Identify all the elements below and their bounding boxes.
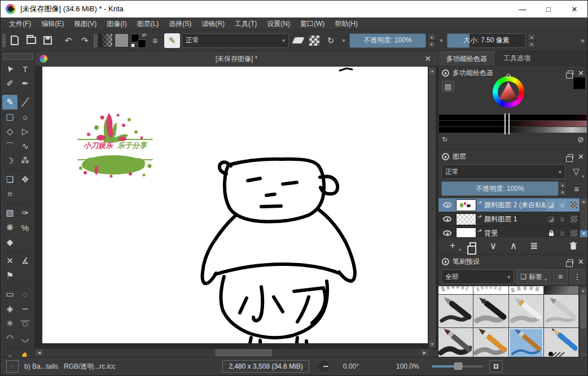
canvas[interactable]: 小刀娱乐 乐于分享 [42, 67, 428, 343]
alpha-lock-icon[interactable]: α [557, 213, 568, 225]
blend-mode-combo[interactable]: 正常 ▾ [182, 33, 289, 48]
toolbar-grip2[interactable] [94, 34, 97, 47]
spin-down-icon[interactable]: ▾ [528, 41, 536, 48]
gradient-tool[interactable]: ▧ [2, 206, 17, 220]
shade-selector[interactable] [439, 115, 587, 133]
brush-preset[interactable] [544, 295, 578, 327]
float-docker-icon[interactable] [568, 71, 573, 75]
document-close-icon[interactable]: ✕ [424, 54, 431, 63]
menu-layer[interactable]: 图层(L) [132, 18, 164, 30]
scroll-left-icon[interactable]: ◀ [36, 349, 43, 356]
inherit-alpha-icon[interactable]: ◪ [546, 199, 556, 211]
color-profile-label[interactable]: RGB/透明...rc.icc [64, 362, 115, 371]
polygon-tool[interactable]: ◇ [2, 124, 17, 139]
menu-filter[interactable]: 滤镜(R) [196, 18, 230, 30]
move-layer-up-button[interactable]: ∧ [504, 238, 523, 253]
spin-up-icon[interactable]: ▴ [559, 181, 567, 189]
shade-bar-2[interactable] [439, 121, 587, 126]
move-tool[interactable]: ✥ [17, 172, 33, 187]
layer-thumbnail[interactable] [456, 228, 476, 238]
background-color-swatch[interactable] [138, 40, 146, 48]
visibility-icon[interactable] [443, 202, 451, 208]
layer-row[interactable]: ⬏ 颜料图层 2 (来自粘贴) ◪ α [438, 198, 580, 212]
crop-tool[interactable]: ⌗ [2, 187, 17, 202]
layer-row[interactable]: ⬏ 颜料图层 1 ◪ α [438, 212, 580, 226]
brush-tag-filter-combo[interactable]: 全部 ▾ [441, 269, 514, 284]
shade-bar-3[interactable] [439, 127, 587, 133]
freehand-select-tool[interactable]: ∽ [17, 301, 33, 316]
scroll-down-icon[interactable]: ▼ [580, 354, 587, 357]
layer-row[interactable]: ⬏ 背景 α [438, 226, 580, 237]
visibility-icon[interactable] [443, 216, 451, 222]
colorize-mask-tool[interactable]: % [17, 220, 33, 235]
redo-button[interactable]: ↷ [77, 33, 92, 48]
menu-file[interactable]: 文件(F) [4, 18, 36, 30]
pan-tool[interactable]: ✋ [17, 349, 33, 357]
calligraphy-tool[interactable]: ✒ [17, 76, 33, 91]
layer-name[interactable]: 颜料图层 1 [483, 215, 546, 224]
brush-preset[interactable] [544, 328, 578, 357]
layer-properties-button[interactable]: ≣ [524, 238, 543, 253]
tab-tool-options[interactable]: 工具选项 [495, 51, 539, 65]
subwindow-titlebar[interactable]: [未保存图像] * ✕ [35, 51, 438, 67]
alpha-lock-icon[interactable]: α [557, 199, 568, 211]
canvas-vertical-scrollbar[interactable]: ▲ ▼ [428, 67, 436, 348]
inherit-alpha-icon[interactable]: ◪ [546, 213, 556, 225]
ellipse-select-tool[interactable]: ◌ [17, 287, 33, 301]
layer-properties-icon[interactable] [568, 199, 579, 211]
opacity-spinner[interactable]: ▴ ▾ [428, 33, 436, 48]
move-layer-down-button[interactable]: ∨ [484, 238, 503, 253]
open-document-button[interactable] [24, 33, 38, 48]
color-selector-settings-button[interactable]: ▤ [442, 81, 454, 92]
scroll-up-icon[interactable]: ▲ [580, 198, 587, 205]
gradient-chooser[interactable] [99, 33, 113, 47]
brush-size-slider[interactable]: 大小: 7.50 像素 [447, 33, 526, 48]
color-wheel[interactable] [493, 76, 524, 108]
layer-opacity-slider[interactable]: 不透明度: 100% [441, 181, 559, 196]
transform-tool[interactable]: ❏ [2, 172, 17, 187]
current-brush-name[interactable]: b) Ba...tails [24, 362, 58, 370]
brush-preset[interactable] [438, 328, 473, 357]
color-history-icon[interactable]: ↻ [442, 135, 447, 143]
size-spinner[interactable]: ▴ ▾ [528, 33, 536, 48]
alpha-lock-icon[interactable]: α [557, 228, 568, 238]
text-tool[interactable]: T [17, 62, 33, 76]
transform-select-tool[interactable]: ➤ [2, 62, 17, 76]
toolbar-grip[interactable] [2, 34, 6, 47]
reload-dropdown[interactable]: ▾ [340, 37, 348, 43]
toolbox-drag-handle[interactable] [3, 53, 33, 60]
spin-down-icon[interactable]: ▾ [428, 41, 436, 48]
layers-menu-button[interactable]: ≡ [569, 181, 585, 196]
docker-resize-handle[interactable]: ······ [438, 146, 587, 149]
freehand-path-tool[interactable]: ∿ [17, 139, 33, 154]
similar-select-tool[interactable]: ✳ [2, 316, 17, 331]
brush-preset[interactable] [509, 295, 543, 327]
new-document-button[interactable] [7, 33, 22, 48]
tag-button[interactable]: ❑ 标签 ▾ [516, 269, 551, 284]
duplicate-layer-button[interactable] [463, 238, 482, 253]
menu-window[interactable]: 窗口(W) [295, 18, 330, 30]
brush-preset[interactable] [438, 295, 473, 327]
tab-advanced-color-selector[interactable]: 多功能拾色器 [438, 51, 495, 65]
zoom-slider-handle[interactable] [454, 362, 462, 370]
visibility-icon[interactable] [443, 230, 451, 236]
float-docker-icon[interactable] [568, 259, 573, 264]
minimize-button[interactable]: — [510, 1, 536, 18]
close-icon[interactable]: ✕ [578, 152, 584, 161]
zoom-level[interactable]: 100.0% [396, 362, 419, 370]
brush-preset[interactable] [544, 286, 578, 294]
layer-name[interactable]: 颜料图层 2 (来自粘贴) [483, 200, 546, 210]
freehand-brush-tool[interactable]: ✎ [2, 95, 17, 110]
bezier-curve-tool[interactable]: ⌒ [2, 139, 17, 154]
brush-preset[interactable] [473, 295, 508, 327]
opacity-dropdown[interactable]: ▾ [437, 37, 445, 43]
layer-scrollbar[interactable]: ▲ ▼ [580, 198, 587, 237]
menu-image[interactable]: 图像(I) [102, 18, 131, 30]
menu-select[interactable]: 选择(S) [164, 18, 196, 30]
bezier-select-tool[interactable]: ➰ [17, 316, 33, 331]
line-tool[interactable]: ╱ [17, 95, 33, 110]
layer-filter-button[interactable]: ▽ ▾ [568, 164, 585, 179]
menu-settings[interactable]: 设置(N) [262, 18, 295, 30]
delete-layer-button[interactable] [564, 238, 583, 253]
gamut-mask-off-icon[interactable]: ⊘ [577, 135, 584, 144]
